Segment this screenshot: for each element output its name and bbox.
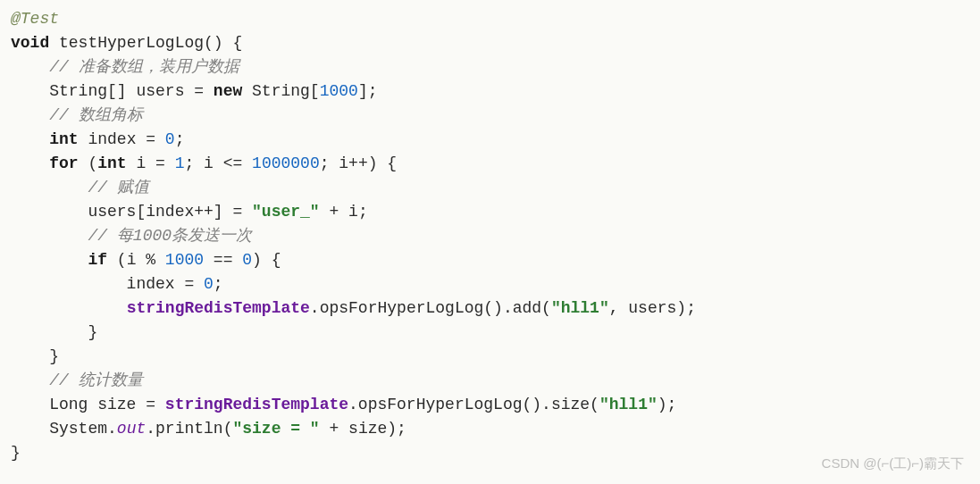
println-call: .println(: [146, 420, 232, 438]
static-field-out: out: [117, 420, 146, 438]
var-declaration: String[] users =: [11, 82, 214, 100]
comment-marker: //: [88, 179, 116, 196]
keyword-void: void: [11, 34, 49, 52]
comment-text: 统计数量: [79, 371, 143, 389]
number-literal: 1000: [165, 251, 204, 269]
method-signature: testHyperLogLog() {: [49, 34, 242, 52]
statement-end: ];: [358, 82, 378, 100]
number-literal: 1000000: [252, 154, 320, 172]
eq-op: ==: [204, 251, 242, 269]
keyword-int: int: [49, 130, 78, 148]
comment-text: 数组角标: [79, 106, 143, 124]
method-chain: .opsForHyperLogLog().add(: [310, 299, 551, 317]
annotation-test: @Test: [11, 10, 59, 28]
string-literal: "hll1": [551, 299, 609, 317]
for-cond: ; i <=: [184, 154, 252, 172]
comment-marker: //: [49, 58, 78, 76]
array-type: String[: [242, 82, 319, 100]
array-assign: users[index++] =: [11, 203, 252, 221]
for-init: i =: [127, 154, 175, 172]
method-args: , users);: [609, 299, 696, 317]
var-declaration: Long size =: [11, 396, 165, 413]
for-inc: ; i++) {: [320, 154, 397, 172]
field-reference: stringRedisTemplate: [165, 396, 348, 413]
comment-text: 赋值: [117, 179, 149, 196]
method-chain: .opsForHyperLogLog().size(: [348, 396, 599, 413]
assign-stmt: index =: [11, 275, 204, 293]
paren-open: (: [79, 154, 98, 172]
method-close: }: [11, 444, 21, 462]
if-expr: (i %: [107, 251, 165, 269]
keyword-if: if: [88, 251, 107, 269]
semicolon: ;: [214, 275, 223, 293]
field-reference: stringRedisTemplate: [127, 299, 310, 317]
keyword-int: int: [97, 154, 126, 172]
keyword-new: new: [214, 82, 242, 100]
comment-marker: //: [49, 371, 78, 389]
comment-marker: //: [49, 106, 78, 124]
string-literal: "user_": [252, 203, 320, 221]
watermark-text: CSDN @(⌐(工)⌐)霸天下: [822, 454, 964, 474]
semicolon: ;: [175, 130, 185, 148]
number-literal: 0: [242, 251, 252, 269]
code-block: @Test void testHyperLogLog() { // 准备数组，装…: [11, 7, 969, 465]
number-literal: 0: [165, 130, 175, 148]
block-close: }: [11, 323, 97, 341]
concat-expr: + i;: [320, 203, 368, 221]
concat-expr: + size);: [320, 420, 406, 438]
string-literal: "hll1": [599, 396, 658, 413]
keyword-for: for: [49, 154, 78, 172]
var-assign: index =: [79, 130, 165, 148]
system-class: System.: [11, 420, 117, 438]
string-literal: "size = ": [232, 420, 319, 438]
number-literal: 0: [204, 275, 214, 293]
statement-end: );: [658, 396, 677, 413]
block-close: }: [11, 347, 59, 365]
number-literal: 1: [175, 154, 185, 172]
number-literal: 1000: [320, 82, 358, 100]
comment-text: 每1000条发送一次: [117, 227, 252, 245]
comment-marker: //: [88, 227, 116, 245]
block-open: ) {: [252, 251, 281, 269]
comment-text: 准备数组，装用户数据: [79, 58, 239, 76]
